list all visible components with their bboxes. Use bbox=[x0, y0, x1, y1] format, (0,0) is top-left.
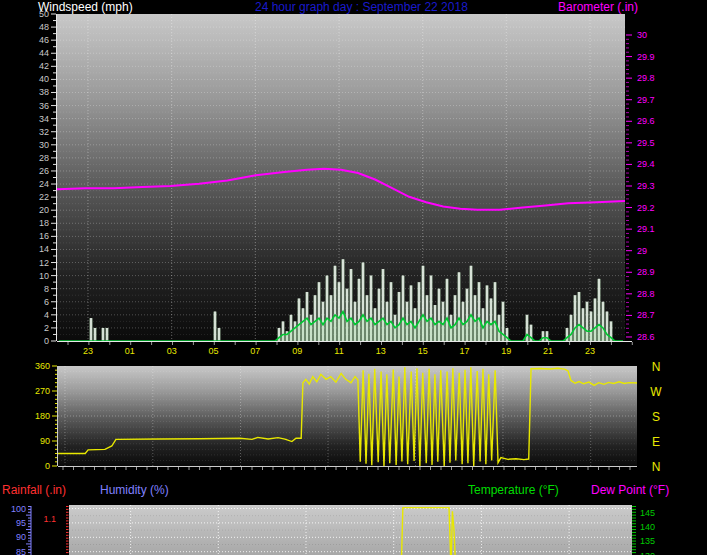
svg-text:100: 100 bbox=[11, 504, 26, 514]
svg-text:20: 20 bbox=[39, 205, 49, 215]
svg-text:29.1: 29.1 bbox=[637, 224, 655, 234]
svg-text:23: 23 bbox=[83, 346, 93, 356]
svg-text:29.4: 29.4 bbox=[637, 159, 655, 169]
svg-text:42: 42 bbox=[39, 61, 49, 71]
svg-text:29.2: 29.2 bbox=[637, 203, 655, 213]
svg-text:29: 29 bbox=[637, 246, 647, 256]
svg-text:22: 22 bbox=[39, 192, 49, 202]
svg-text:29.9: 29.9 bbox=[637, 52, 655, 62]
hour-axis-labels: 23010305070911131517192123 bbox=[83, 346, 595, 356]
direction-axis-labels: 360270180900 bbox=[35, 361, 50, 471]
svg-text:0: 0 bbox=[44, 336, 49, 346]
svg-text:34: 34 bbox=[39, 114, 49, 124]
svg-text:48: 48 bbox=[39, 22, 49, 32]
svg-text:S: S bbox=[652, 410, 660, 424]
wind-direction-chart: 360270180900NWSEN bbox=[35, 360, 662, 474]
rainfall-section-label: Rainfall (.in) bbox=[2, 483, 66, 497]
svg-text:29.7: 29.7 bbox=[637, 95, 655, 105]
svg-text:8: 8 bbox=[44, 284, 49, 294]
compass-labels: NWSEN bbox=[650, 360, 662, 474]
plot-background bbox=[57, 14, 625, 341]
svg-text:07: 07 bbox=[250, 346, 260, 356]
svg-text:30: 30 bbox=[637, 30, 647, 40]
svg-text:44: 44 bbox=[39, 48, 49, 58]
svg-text:21: 21 bbox=[543, 346, 553, 356]
svg-text:40: 40 bbox=[39, 74, 49, 84]
barometer-axis-labels: 3029.929.829.729.629.529.429.329.229.129… bbox=[626, 30, 655, 342]
svg-text:29.3: 29.3 bbox=[637, 181, 655, 191]
svg-text:2: 2 bbox=[44, 323, 49, 333]
svg-text:13: 13 bbox=[376, 346, 386, 356]
svg-text:28.6: 28.6 bbox=[637, 332, 655, 342]
temperature-section-label: Temperature (°F) bbox=[468, 483, 559, 497]
svg-text:24: 24 bbox=[39, 179, 49, 189]
svg-text:46: 46 bbox=[39, 35, 49, 45]
svg-text:28.9: 28.9 bbox=[637, 267, 655, 277]
svg-text:09: 09 bbox=[292, 346, 302, 356]
svg-text:23: 23 bbox=[585, 346, 595, 356]
windspeed-barometer-chart: 5048464442403836343230282624222018161412… bbox=[39, 9, 655, 356]
svg-text:85: 85 bbox=[16, 547, 26, 555]
svg-text:E: E bbox=[652, 435, 660, 449]
svg-text:36: 36 bbox=[39, 101, 49, 111]
svg-text:180: 180 bbox=[35, 411, 50, 421]
svg-text:130: 130 bbox=[640, 551, 655, 555]
svg-text:14: 14 bbox=[39, 244, 49, 254]
svg-text:26: 26 bbox=[39, 166, 49, 176]
svg-text:29.5: 29.5 bbox=[637, 138, 655, 148]
svg-text:N: N bbox=[652, 460, 661, 474]
svg-text:10: 10 bbox=[39, 271, 49, 281]
svg-text:17: 17 bbox=[459, 346, 469, 356]
humidity-axis-labels: 100959085 bbox=[11, 504, 26, 555]
svg-text:29.8: 29.8 bbox=[637, 73, 655, 83]
svg-text:11: 11 bbox=[334, 346, 343, 356]
svg-text:135: 135 bbox=[640, 536, 655, 546]
svg-text:38: 38 bbox=[39, 87, 49, 97]
humidity-section-label: Humidity (%) bbox=[100, 483, 169, 497]
svg-text:30: 30 bbox=[39, 140, 49, 150]
svg-text:90: 90 bbox=[40, 436, 50, 446]
svg-text:90: 90 bbox=[16, 532, 26, 542]
svg-text:18: 18 bbox=[39, 218, 49, 228]
svg-text:270: 270 bbox=[35, 386, 50, 396]
svg-text:140: 140 bbox=[640, 522, 655, 532]
svg-text:W: W bbox=[650, 385, 662, 399]
svg-text:28: 28 bbox=[39, 153, 49, 163]
svg-text:19: 19 bbox=[501, 346, 511, 356]
svg-text:95: 95 bbox=[16, 518, 26, 528]
svg-text:03: 03 bbox=[167, 346, 177, 356]
svg-text:15: 15 bbox=[418, 346, 428, 356]
svg-text:50: 50 bbox=[39, 9, 49, 19]
svg-text:6: 6 bbox=[44, 297, 49, 307]
rainfall-axis-labels: 1.1 bbox=[43, 514, 56, 524]
svg-text:29.6: 29.6 bbox=[637, 116, 655, 126]
svg-text:145: 145 bbox=[640, 508, 655, 518]
dew-point-section-label: Dew Point (°F) bbox=[591, 483, 669, 497]
svg-text:01: 01 bbox=[125, 346, 135, 356]
svg-text:32: 32 bbox=[39, 127, 49, 137]
svg-text:05: 05 bbox=[208, 346, 218, 356]
svg-text:12: 12 bbox=[39, 258, 49, 268]
svg-text:1.1: 1.1 bbox=[43, 514, 56, 524]
svg-text:4: 4 bbox=[44, 310, 49, 320]
charts-canvas: 5048464442403836343230282624222018161412… bbox=[0, 0, 707, 555]
svg-text:16: 16 bbox=[39, 231, 49, 241]
svg-text:28.7: 28.7 bbox=[637, 310, 655, 320]
svg-text:0: 0 bbox=[45, 461, 50, 471]
svg-text:N: N bbox=[652, 360, 661, 374]
temperature-axis-labels: 145140135130 bbox=[640, 508, 655, 555]
temp-humidity-chart-partial: 1009590851.1145140135130 bbox=[11, 504, 655, 555]
svg-text:360: 360 bbox=[35, 361, 50, 371]
windspeed-axis-labels: 5048464442403836343230282624222018161412… bbox=[39, 9, 49, 346]
weather-24h-graph-screen: Windspeed (mph) 24 hour graph day : Sept… bbox=[0, 0, 707, 555]
svg-text:28.8: 28.8 bbox=[637, 289, 655, 299]
